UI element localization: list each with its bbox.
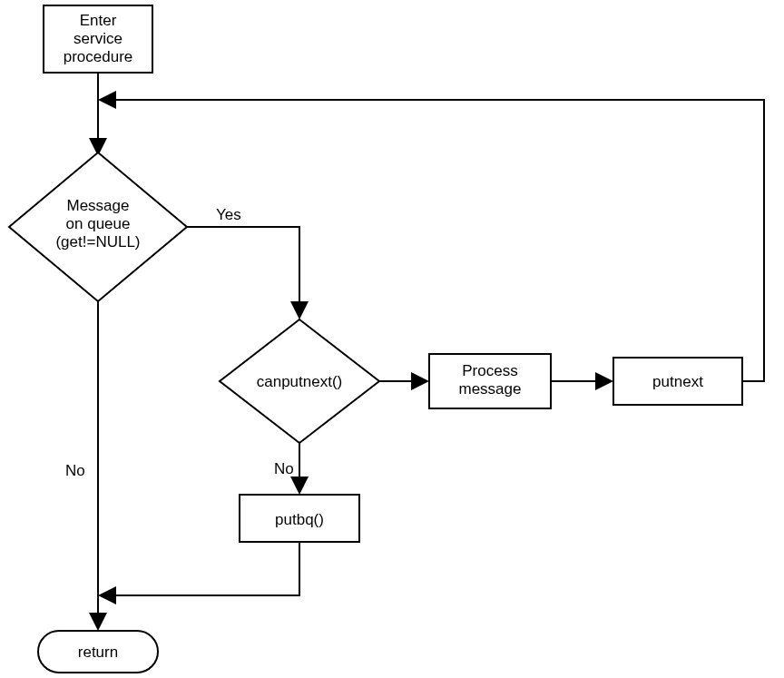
- return-text: return: [78, 644, 118, 661]
- start-line2: service: [74, 30, 122, 47]
- process-line1: Process: [462, 362, 517, 379]
- edge-no1-label: No: [65, 462, 85, 479]
- edge-no2-label: No: [274, 460, 294, 477]
- decision1-line2: on queue: [66, 215, 131, 232]
- process-line2: message: [459, 380, 522, 398]
- start-line1: Enter: [80, 12, 117, 29]
- decision1-line1: Message: [67, 197, 130, 214]
- edge-yes-label: Yes: [216, 206, 241, 223]
- putbq-text: putbq(): [275, 511, 324, 528]
- putnext-text: putnext: [652, 373, 703, 390]
- decision2-text: canputnext(): [257, 373, 343, 390]
- start-line3: procedure: [64, 48, 133, 65]
- decision1-line3: (get!=NULL): [55, 233, 140, 251]
